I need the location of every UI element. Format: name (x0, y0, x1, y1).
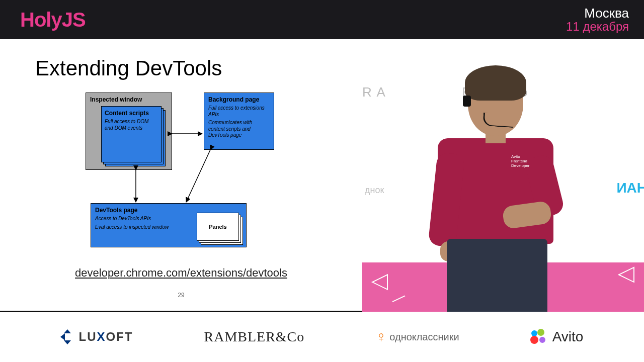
speaker-silhouette: Avito Frontend Developer (403, 65, 574, 312)
inspected-window-box: Inspected window Content scripts Full ac… (86, 93, 172, 170)
ok-icon: ♀ (375, 328, 385, 345)
panels-label: Panels (209, 224, 226, 230)
box-label: Inspected window (90, 96, 168, 103)
date-label: 11 декабря (566, 20, 629, 33)
sponsor-odnoklassniki: ♀ одноклассники (375, 328, 459, 345)
luxoft-text: LU (78, 330, 97, 343)
stage-backdrop-text: днок (365, 185, 384, 196)
conference-info: Москва 11 декабря (566, 6, 629, 34)
conference-header: HolyJS Москва 11 декабря (0, 0, 644, 39)
avito-icon (530, 329, 548, 345)
svg-line-2 (186, 150, 210, 202)
content-scripts-title: Content scripts (105, 110, 158, 117)
content-scripts-body: Full access to DOM and DOM events (105, 119, 158, 131)
sponsor-luxoft: LUXOFT (60, 329, 133, 344)
stage-backdrop-text: ИАН (616, 180, 644, 196)
city-label: Москва (566, 6, 629, 21)
reference-link[interactable]: developer.chrome.com/extensions/devtools (0, 266, 362, 280)
luxoft-icon (60, 329, 74, 344)
conference-logo: HolyJS (20, 9, 86, 31)
slide-title: Extending DevTools (0, 39, 362, 80)
svg-marker-4 (619, 267, 634, 282)
speaker-camera: R ABLER&Co днок ИАН Avito Frontend (362, 39, 644, 312)
avito-text: Avito (552, 329, 584, 345)
devtools-page-box: DevTools page Access to DevTools APIs Ev… (91, 203, 247, 247)
box-label: Background page (208, 96, 270, 103)
sponsor-bar: LUXOFT RAMBLER&Co ♀ одноклассники Avito (0, 312, 644, 362)
svg-marker-3 (372, 275, 387, 290)
box-body: Full access to extensions APIs (208, 105, 270, 118)
ok-text: одноклассники (389, 331, 459, 343)
architecture-diagram: Inspected window Content scripts Full ac… (86, 93, 297, 253)
slide-number: 29 (0, 292, 362, 299)
tshirt-badge: Avito Frontend Developer (511, 155, 529, 168)
background-page-box: Background page Full access to extension… (204, 93, 274, 150)
sponsor-rambler: RAMBLER&Co (204, 329, 304, 345)
presentation-slide: Extending DevTools Inspected window Cont… (0, 39, 362, 311)
box-body: Communicates with content scripts and De… (208, 120, 270, 139)
sponsor-avito: Avito (530, 329, 584, 345)
